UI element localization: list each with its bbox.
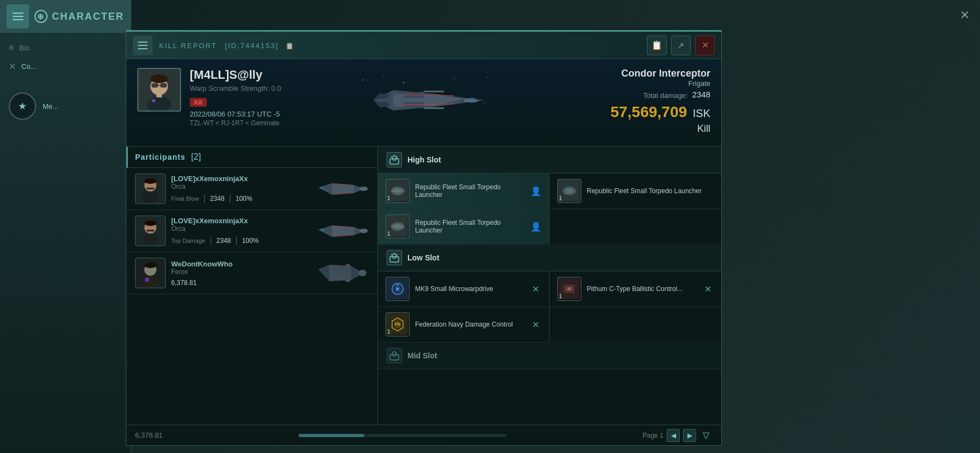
stat-percent-2: 100% [242, 237, 259, 245]
kill-type-label: Kill [590, 123, 710, 135]
svg-point-17 [487, 77, 488, 78]
svg-point-11 [363, 79, 364, 80]
participant-info-2: [LOVE]xXemoxninjaXx Orca Top Damage | 23… [171, 217, 314, 246]
slots-panel: High Slot [378, 147, 721, 425]
footer-value: 6,378.81 [135, 431, 163, 439]
scrollbar-track[interactable] [299, 434, 506, 437]
damage-row: Total damage: 2348 [590, 90, 710, 101]
titlebar-menu-button[interactable] [133, 36, 153, 55]
sidebar-me-label: Me... [43, 102, 59, 111]
orca-ship-1 [316, 177, 368, 201]
char-title-text: CHARACTER [52, 11, 124, 22]
isk-row: 57,569,709 ISK [590, 103, 710, 121]
footer-nav-left: 6,378.81 [135, 431, 163, 439]
low-slot-right-item-1[interactable]: 1 Pithum C-Type Ballistic Control... ✕ [550, 271, 721, 307]
low-slot-item-2[interactable]: FN 1 Federation Navy Damage Control ✕ [378, 307, 549, 342]
participant-item-3[interactable]: WeDontKnowWho Ferox 6,378.81 [126, 252, 377, 294]
scrollbar-thumb[interactable] [299, 434, 364, 437]
condor-ship-image [353, 70, 495, 136]
menu-button[interactable] [7, 4, 29, 28]
app-close-icon: ✕ [960, 8, 970, 22]
sidebar-nav: ≡ Bio ✕ Co... ★ Me... [0, 33, 131, 142]
filter-button[interactable]: ▽ [699, 429, 713, 442]
participant-info-3: WeDontKnowWho Ferox 6,378.81 [171, 260, 314, 287]
svg-point-20 [485, 102, 485, 103]
svg-rect-35 [424, 91, 444, 92]
participant-ship-1: Orca [171, 183, 314, 190]
mid-slot-header: Mid Slot [378, 342, 721, 369]
damage-control-count: 1 [387, 329, 390, 335]
mid-slot-svg-icon [389, 350, 400, 361]
high-slot-item-1[interactable]: 1 Republic Fleet Small Torpedo Launcher … [378, 173, 549, 209]
damage-control-svg: FN [388, 315, 407, 334]
participant-item-2[interactable]: [LOVE]xXemoxninjaXx Orca Top Damage | 23… [126, 210, 377, 252]
participant-name-1: [LOVE]xXemoxninjaXx [171, 175, 314, 183]
pithum-count: 1 [559, 293, 562, 299]
window-title-text: KILL REPORT [159, 42, 217, 50]
participant-item-1[interactable]: [LOVE]xXemoxninjaXx Orca Final Blow | 23… [126, 168, 377, 210]
main-body: Participants [2] [126, 147, 721, 425]
sidebar-item-combat[interactable]: ✕ Co... [0, 57, 131, 76]
total-damage-label: Total damage: [643, 91, 688, 100]
svg-rect-109 [390, 355, 399, 360]
filter-icon: ▽ [703, 430, 709, 440]
prev-page-button[interactable]: ◀ [667, 429, 680, 442]
low-slot-item-2-close[interactable]: ✕ [530, 317, 541, 332]
high-slot-item-2[interactable]: 1 Republic Fleet Small Torpedo Launcher … [378, 209, 549, 245]
sidebar-combat-label: Co... [21, 62, 36, 71]
next-page-button[interactable]: ▶ [683, 429, 696, 442]
svg-rect-71 [390, 159, 399, 164]
copy-button[interactable]: 📋 [647, 36, 667, 55]
svg-rect-80 [391, 190, 404, 192]
stat-percent-1: 100% [236, 195, 253, 202]
pithum-svg [559, 279, 579, 299]
svg-point-47 [320, 187, 324, 189]
low-slot-item-1[interactable]: MK9 Small Microwarpdrive ✕ [378, 271, 549, 307]
participants-count: [2] [191, 152, 201, 161]
orca-ship-2 [316, 219, 368, 243]
share-button[interactable]: ↗ [671, 36, 691, 55]
participant-name-3: WeDontKnowWho [171, 260, 314, 268]
high-slot-item-2-count: 1 [387, 231, 390, 237]
victim-header: [M4LL]S@lly Warp Scramble Strength: 0.0 … [126, 59, 721, 147]
svg-point-41 [144, 178, 156, 184]
participant-ship-2: Orca [171, 225, 314, 233]
ship-name: Condor Interceptor Frigate [590, 68, 710, 88]
svg-rect-4 [160, 83, 167, 88]
total-damage-value: 2348 [692, 90, 710, 99]
participant-avatar-2 [135, 216, 166, 246]
titlebar-buttons: 📋 ↗ ✕ [647, 36, 715, 55]
avatar-inner-1 [136, 174, 165, 204]
avatar-inner-2 [136, 216, 165, 246]
avatar-image [138, 69, 180, 111]
participant-stats-2: Top Damage | 2348 | 100% [171, 236, 314, 246]
sidebar-medals[interactable]: ★ Me... [0, 76, 131, 136]
sidebar-item-bio[interactable]: ≡ Bio [0, 38, 131, 57]
svg-point-61 [142, 276, 159, 287]
high-slot-header: High Slot [378, 147, 721, 173]
ferox-ship [316, 259, 368, 287]
svg-point-50 [142, 234, 159, 245]
svg-point-16 [474, 85, 475, 85]
low-slot-title: Low Slot [407, 253, 439, 262]
close-button[interactable]: ✕ [695, 36, 715, 55]
torpedo-svg-3 [559, 181, 579, 201]
participant-avatar-1 [135, 173, 166, 204]
torpedo-icon-3: 1 [557, 179, 581, 203]
high-slot-icon [387, 152, 402, 167]
high-slot-right-item-1[interactable]: 1 Republic Fleet Small Torpedo Launcher [550, 173, 721, 209]
svg-rect-90 [390, 257, 399, 262]
participant-avatar-3 [135, 258, 166, 288]
svg-point-13 [403, 82, 404, 83]
ship-image-area [342, 65, 506, 141]
low-slot-item-1-close[interactable]: ✕ [530, 282, 541, 297]
low-slot-right-item-1-close[interactable]: ✕ [702, 282, 714, 297]
svg-rect-3 [151, 83, 158, 88]
footer-page-info: Page 1 [643, 432, 663, 439]
app-close-button[interactable]: ✕ [955, 5, 975, 25]
kill-content: [M4LL]S@lly Warp Scramble Strength: 0.0 … [126, 59, 721, 445]
svg-line-74 [391, 156, 392, 157]
high-slot-item-1-person-icon: 👤 [530, 186, 541, 196]
svg-line-75 [396, 156, 398, 157]
kill-report-window: KILL REPORT [ID:7444153] 📋 📋 ↗ ✕ [126, 30, 722, 446]
